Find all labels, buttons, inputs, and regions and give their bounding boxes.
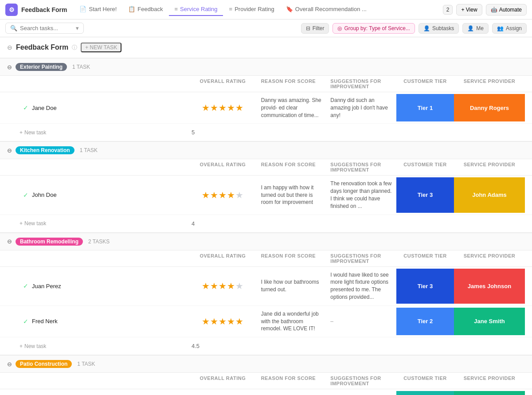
suggestion-text: – xyxy=(330,318,333,325)
group-chevron-bathroom-remodelling[interactable]: ⊖ xyxy=(7,238,12,245)
me-button[interactable]: 👤 Me xyxy=(462,23,489,34)
suggestion-cell: I would have liked to see more light fix… xyxy=(327,267,396,305)
filter-button[interactable]: ⊟ Filter xyxy=(301,23,329,34)
group-header-exterior-painting: ⊖ Exterior Painting 1 TASK xyxy=(0,58,532,76)
reason-text: Danny was amazing. She provid- ed clear … xyxy=(261,97,324,119)
group-header-patio-construction: ⊖ Patio Construction 1 TASK xyxy=(0,355,532,373)
tab-icon: ≡ xyxy=(174,6,178,12)
nav-actions: 2 + View 🤖 Automate xyxy=(443,4,527,16)
star-full: ★ xyxy=(210,102,218,113)
tab-feedback[interactable]: 📋Feedback xyxy=(123,3,168,16)
col-overall-rating: OVERALL RATING xyxy=(188,375,258,386)
provider-cell: James Johnson xyxy=(454,269,525,304)
col-reason: REASON FOR SCORE xyxy=(258,78,327,89)
star-full: ★ xyxy=(210,316,218,327)
user-icon: 👤 xyxy=(467,25,474,31)
group-by-button[interactable]: ◎ Group by: Type of Service... xyxy=(332,23,415,34)
col-customer-tier: CUSTOMER TIER xyxy=(396,375,454,386)
task-name-cell: ✓ John Doe xyxy=(20,176,188,214)
stars-cell: ★★★★★ xyxy=(188,306,258,337)
avg-score: 4.5 xyxy=(188,340,258,352)
subtasks-button[interactable]: 👤 Subtasks xyxy=(419,23,459,34)
suggestion-cell: The renovation took a few days longer th… xyxy=(327,176,396,214)
star-full: ★ xyxy=(235,102,243,113)
star-empty: ★ xyxy=(235,281,243,291)
tab-label: Service Rating xyxy=(180,6,218,12)
search-input[interactable] xyxy=(20,25,73,31)
page-header: ⊖ Feedback Form ⓘ + NEW TASK xyxy=(0,37,532,58)
star-full: ★ xyxy=(235,316,243,327)
col-overall-rating: OVERALL RATING xyxy=(188,78,258,89)
reason-cell: Danny was amazing. She provid- ed clear … xyxy=(258,92,327,123)
star-full: ★ xyxy=(210,190,218,200)
reason-cell: The price was totally not worth the serv… xyxy=(258,389,327,395)
suggestion-cell: – xyxy=(327,306,396,337)
tab-label: Provider Rating xyxy=(235,6,274,12)
new-task-link[interactable]: + New task xyxy=(20,340,188,352)
task-name: Fred Nerk xyxy=(32,318,58,325)
tab-service-rating[interactable]: ≡Service Rating xyxy=(169,3,223,16)
group-tag-kitchen-renovation: Kitchen Renovation xyxy=(16,146,74,154)
col-customer-tier: CUSTOMER TIER xyxy=(396,78,454,89)
new-task-link[interactable]: + New task xyxy=(20,218,188,230)
app-title: Feedback Form xyxy=(21,6,67,13)
star-full: ★ xyxy=(227,190,235,200)
assign-icon: 👥 xyxy=(497,25,504,31)
view-button[interactable]: + View xyxy=(456,4,482,16)
stars-cell: ★★★★★ xyxy=(188,92,258,123)
group-count-exterior-painting: 1 TASK xyxy=(72,64,90,70)
info-icon[interactable]: ⓘ xyxy=(72,44,77,51)
reason-text: Jane did a wonderful job with the bathro… xyxy=(261,310,324,332)
suggestion-text: I would have liked to see more light fix… xyxy=(330,271,393,301)
table-row: ✓ Juan Perez ★★★★★ I like how our bathro… xyxy=(0,267,532,306)
suggestion-cell: Danny did such an amazing job I don't ha… xyxy=(327,92,396,123)
group-chevron-exterior-painting[interactable]: ⊖ xyxy=(7,64,12,70)
star-full: ★ xyxy=(227,281,235,291)
new-task-row-bathroom-remodelling: + New task 4.5 xyxy=(0,337,532,355)
table-row: ✓ Tom Cobley ★★★★★ The price was totally… xyxy=(0,389,532,395)
automate-icon: 🤖 xyxy=(491,7,497,13)
new-task-link[interactable]: + New task xyxy=(20,126,188,138)
group-count-bathroom-remodelling: 2 TASKS xyxy=(88,239,110,245)
reason-cell: I like how our bathrooms turned out. xyxy=(258,267,327,305)
tab-label: Feedback xyxy=(137,6,163,12)
provider-cell: Jane Smith xyxy=(454,391,525,395)
star-full: ★ xyxy=(210,281,218,291)
group-chevron-patio-construction[interactable]: ⊖ xyxy=(7,361,12,368)
tab-overall-rec[interactable]: 🔖Overall Recommendation ... xyxy=(281,3,372,16)
col-headers-patio-construction: OVERALL RATING REASON FOR SCORE SUGGESTI… xyxy=(0,373,532,389)
provider-cell: John Adams xyxy=(454,177,525,212)
search-wrap[interactable]: 🔍 ▾ xyxy=(5,23,84,34)
group-chevron-kitchen-renovation[interactable]: ⊖ xyxy=(7,147,12,154)
star-rating: ★★★★★ xyxy=(202,281,243,291)
star-full: ★ xyxy=(219,281,227,291)
star-full: ★ xyxy=(219,102,227,113)
tier-cell: Tier 3 xyxy=(396,269,454,304)
group-icon: ◎ xyxy=(337,25,342,31)
check-icon: ✓ xyxy=(23,104,28,111)
new-task-row-kitchen-renovation: + New task 4 xyxy=(0,215,532,233)
assign-button[interactable]: 👥 Assign xyxy=(492,23,527,34)
tier-cell: Tier 2 xyxy=(396,391,454,395)
task-name-cell: ✓ Tom Cobley xyxy=(20,389,188,395)
new-task-row-exterior-painting: + New task 5 xyxy=(0,124,532,141)
tab-provider-rating[interactable]: ≡Provider Rating xyxy=(224,3,280,16)
star-full: ★ xyxy=(227,102,235,113)
star-rating: ★★★★★ xyxy=(202,102,243,113)
check-icon: ✓ xyxy=(23,318,28,325)
group-tag-patio-construction: Patio Construction xyxy=(16,360,72,368)
star-rating: ★★★★★ xyxy=(202,316,243,327)
badge-count[interactable]: 2 xyxy=(443,5,453,15)
automate-button[interactable]: 🤖 Automate xyxy=(486,4,527,16)
table-wrap: ⊖ Exterior Painting 1 TASK OVERALL RATIN… xyxy=(0,58,532,395)
col-task xyxy=(20,375,188,386)
col-service-provider: SERVICE PROVIDER xyxy=(454,253,525,264)
new-task-button[interactable]: + NEW TASK xyxy=(81,43,121,52)
chevron-icon[interactable]: ⊖ xyxy=(7,44,12,51)
star-empty: ★ xyxy=(235,190,243,200)
col-reason: REASON FOR SCORE xyxy=(258,162,327,172)
star-full: ★ xyxy=(202,316,210,327)
tab-start[interactable]: 📄Start Here! xyxy=(74,3,122,16)
col-service-provider: SERVICE PROVIDER xyxy=(454,162,525,172)
col-customer-tier: CUSTOMER TIER xyxy=(396,253,454,264)
